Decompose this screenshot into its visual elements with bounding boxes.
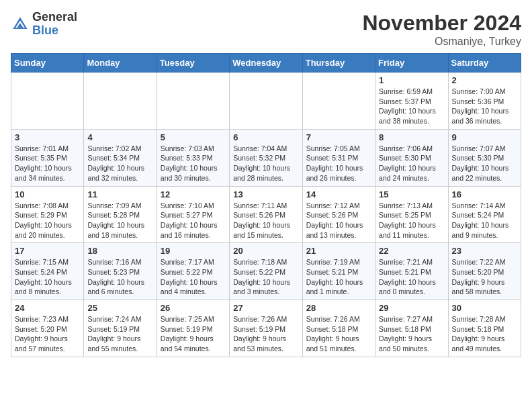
day-info: Sunrise: 7:06 AM Sunset: 5:30 PM Dayligh… <box>379 144 444 183</box>
day-cell: 22Sunrise: 7:21 AM Sunset: 5:21 PM Dayli… <box>375 243 448 300</box>
calendar-table: SundayMondayTuesdayWednesdayThursdayFrid… <box>11 53 521 357</box>
day-number: 29 <box>379 303 444 313</box>
day-info: Sunrise: 7:00 AM Sunset: 5:36 PM Dayligh… <box>452 87 517 126</box>
weekday-header-friday: Friday <box>375 54 448 73</box>
day-info: Sunrise: 7:01 AM Sunset: 5:35 PM Dayligh… <box>15 144 80 183</box>
day-cell: 17Sunrise: 7:15 AM Sunset: 5:24 PM Dayli… <box>11 243 84 300</box>
day-info: Sunrise: 7:05 AM Sunset: 5:31 PM Dayligh… <box>306 144 371 183</box>
day-cell: 18Sunrise: 7:16 AM Sunset: 5:23 PM Dayli… <box>84 243 157 300</box>
day-info: Sunrise: 7:27 AM Sunset: 5:18 PM Dayligh… <box>379 314 444 354</box>
day-info: Sunrise: 7:24 AM Sunset: 5:19 PM Dayligh… <box>87 314 152 354</box>
day-cell: 9Sunrise: 7:07 AM Sunset: 5:30 PM Daylig… <box>448 129 521 186</box>
weekday-header-sunday: Sunday <box>11 54 84 73</box>
day-number: 30 <box>452 303 517 313</box>
day-cell: 28Sunrise: 7:26 AM Sunset: 5:18 PM Dayli… <box>302 300 375 357</box>
day-number: 18 <box>87 246 152 256</box>
day-info: Sunrise: 7:11 AM Sunset: 5:26 PM Dayligh… <box>233 201 298 240</box>
day-info: Sunrise: 7:28 AM Sunset: 5:18 PM Dayligh… <box>452 314 517 354</box>
day-cell <box>157 73 229 130</box>
day-cell: 6Sunrise: 7:04 AM Sunset: 5:32 PM Daylig… <box>230 129 302 186</box>
week-row-2: 3Sunrise: 7:01 AM Sunset: 5:35 PM Daylig… <box>11 129 521 186</box>
day-number: 5 <box>161 132 226 142</box>
day-info: Sunrise: 7:26 AM Sunset: 5:19 PM Dayligh… <box>233 314 298 354</box>
weekday-header-monday: Monday <box>84 54 157 73</box>
day-cell: 12Sunrise: 7:10 AM Sunset: 5:27 PM Dayli… <box>157 186 229 243</box>
day-number: 14 <box>306 189 371 199</box>
day-number: 1 <box>379 75 444 85</box>
logo-text: General Blue <box>32 11 77 38</box>
day-number: 12 <box>161 189 226 199</box>
day-info: Sunrise: 7:25 AM Sunset: 5:19 PM Dayligh… <box>161 314 226 354</box>
day-number: 9 <box>452 132 517 142</box>
day-number: 22 <box>379 246 444 256</box>
day-number: 4 <box>87 132 152 142</box>
day-cell: 21Sunrise: 7:19 AM Sunset: 5:21 PM Dayli… <box>302 243 375 300</box>
day-cell: 26Sunrise: 7:25 AM Sunset: 5:19 PM Dayli… <box>157 300 229 357</box>
day-info: Sunrise: 7:26 AM Sunset: 5:18 PM Dayligh… <box>306 314 371 354</box>
day-cell: 11Sunrise: 7:09 AM Sunset: 5:28 PM Dayli… <box>84 186 157 243</box>
day-cell: 13Sunrise: 7:11 AM Sunset: 5:26 PM Dayli… <box>230 186 302 243</box>
day-number: 16 <box>452 189 517 199</box>
day-number: 25 <box>87 303 152 313</box>
day-cell: 19Sunrise: 7:17 AM Sunset: 5:22 PM Dayli… <box>157 243 229 300</box>
day-number: 11 <box>87 189 152 199</box>
day-info: Sunrise: 7:21 AM Sunset: 5:21 PM Dayligh… <box>379 257 444 297</box>
month-title: November 2024 <box>362 11 521 36</box>
header: General Blue November 2024 Osmaniye, Tur… <box>11 11 521 48</box>
day-info: Sunrise: 7:18 AM Sunset: 5:22 PM Dayligh… <box>233 257 298 297</box>
day-cell <box>230 73 302 130</box>
day-number: 6 <box>233 132 298 142</box>
day-cell: 25Sunrise: 7:24 AM Sunset: 5:19 PM Dayli… <box>84 300 157 357</box>
day-cell: 14Sunrise: 7:12 AM Sunset: 5:26 PM Dayli… <box>302 186 375 243</box>
week-row-5: 24Sunrise: 7:23 AM Sunset: 5:20 PM Dayli… <box>11 300 521 357</box>
day-cell: 27Sunrise: 7:26 AM Sunset: 5:19 PM Dayli… <box>230 300 302 357</box>
day-info: Sunrise: 7:13 AM Sunset: 5:25 PM Dayligh… <box>379 201 444 240</box>
day-info: Sunrise: 7:16 AM Sunset: 5:23 PM Dayligh… <box>87 257 152 297</box>
day-cell: 5Sunrise: 7:03 AM Sunset: 5:33 PM Daylig… <box>157 129 229 186</box>
week-row-1: 1Sunrise: 6:59 AM Sunset: 5:37 PM Daylig… <box>11 73 521 130</box>
weekday-header-thursday: Thursday <box>302 54 375 73</box>
day-info: Sunrise: 7:12 AM Sunset: 5:26 PM Dayligh… <box>306 201 371 240</box>
day-cell: 2Sunrise: 7:00 AM Sunset: 5:36 PM Daylig… <box>448 73 521 130</box>
day-number: 21 <box>306 246 371 256</box>
day-number: 26 <box>161 303 226 313</box>
day-cell: 4Sunrise: 7:02 AM Sunset: 5:34 PM Daylig… <box>84 129 157 186</box>
day-number: 2 <box>452 75 517 85</box>
day-number: 24 <box>15 303 80 313</box>
logo: General Blue <box>11 11 77 38</box>
day-cell: 8Sunrise: 7:06 AM Sunset: 5:30 PM Daylig… <box>375 129 448 186</box>
day-number: 19 <box>161 246 226 256</box>
weekday-header-wednesday: Wednesday <box>230 54 302 73</box>
day-info: Sunrise: 7:09 AM Sunset: 5:28 PM Dayligh… <box>87 201 152 240</box>
day-number: 15 <box>379 189 444 199</box>
day-info: Sunrise: 7:23 AM Sunset: 5:20 PM Dayligh… <box>15 314 80 354</box>
day-cell: 20Sunrise: 7:18 AM Sunset: 5:22 PM Dayli… <box>230 243 302 300</box>
day-number: 20 <box>233 246 298 256</box>
day-number: 8 <box>379 132 444 142</box>
day-info: Sunrise: 7:15 AM Sunset: 5:24 PM Dayligh… <box>15 257 80 297</box>
day-info: Sunrise: 7:03 AM Sunset: 5:33 PM Dayligh… <box>161 144 226 183</box>
day-number: 17 <box>15 246 80 256</box>
day-number: 3 <box>15 132 80 142</box>
day-info: Sunrise: 7:02 AM Sunset: 5:34 PM Dayligh… <box>87 144 152 183</box>
day-number: 7 <box>306 132 371 142</box>
day-cell: 1Sunrise: 6:59 AM Sunset: 5:37 PM Daylig… <box>375 73 448 130</box>
day-cell: 30Sunrise: 7:28 AM Sunset: 5:18 PM Dayli… <box>448 300 521 357</box>
day-info: Sunrise: 7:14 AM Sunset: 5:24 PM Dayligh… <box>452 201 517 240</box>
day-info: Sunrise: 7:07 AM Sunset: 5:30 PM Dayligh… <box>452 144 517 183</box>
day-cell: 24Sunrise: 7:23 AM Sunset: 5:20 PM Dayli… <box>11 300 84 357</box>
week-row-3: 10Sunrise: 7:08 AM Sunset: 5:29 PM Dayli… <box>11 186 521 243</box>
day-cell: 10Sunrise: 7:08 AM Sunset: 5:29 PM Dayli… <box>11 186 84 243</box>
day-cell <box>11 73 84 130</box>
location: Osmaniye, Turkey <box>362 36 521 48</box>
day-number: 10 <box>15 189 80 199</box>
day-cell: 23Sunrise: 7:22 AM Sunset: 5:20 PM Dayli… <box>448 243 521 300</box>
day-info: Sunrise: 7:10 AM Sunset: 5:27 PM Dayligh… <box>161 201 226 240</box>
day-number: 28 <box>306 303 371 313</box>
day-info: Sunrise: 7:04 AM Sunset: 5:32 PM Dayligh… <box>233 144 298 183</box>
day-cell: 29Sunrise: 7:27 AM Sunset: 5:18 PM Dayli… <box>375 300 448 357</box>
weekday-header-tuesday: Tuesday <box>157 54 229 73</box>
week-row-4: 17Sunrise: 7:15 AM Sunset: 5:24 PM Dayli… <box>11 243 521 300</box>
day-info: Sunrise: 7:19 AM Sunset: 5:21 PM Dayligh… <box>306 257 371 297</box>
day-cell: 7Sunrise: 7:05 AM Sunset: 5:31 PM Daylig… <box>302 129 375 186</box>
